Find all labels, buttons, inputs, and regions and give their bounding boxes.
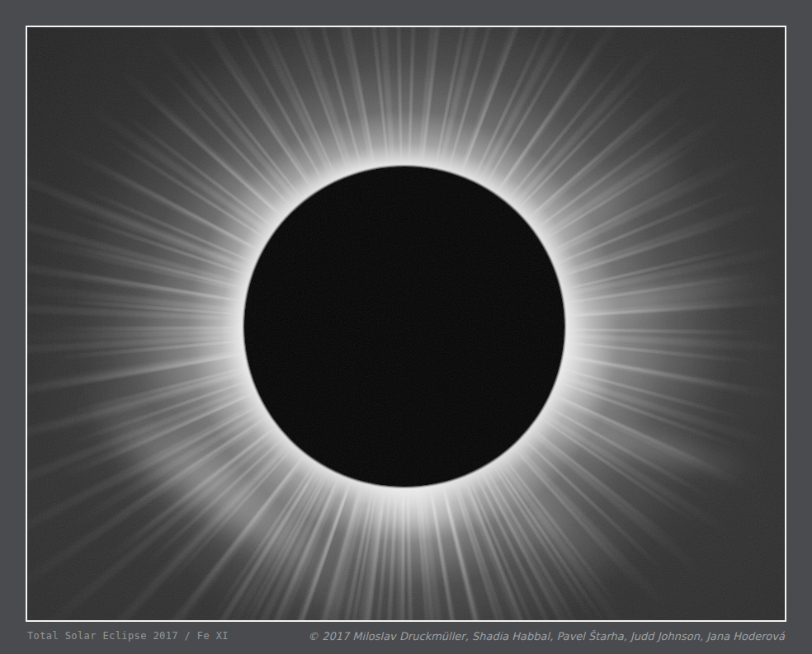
eclipse-photo xyxy=(27,27,785,620)
caption-row: Total Solar Eclipse 2017 / Fe XI © 2017 … xyxy=(27,624,785,647)
page: { "captions": { "left": "Total Solar Ecl… xyxy=(0,0,812,654)
photo-frame xyxy=(26,26,786,622)
vignette xyxy=(27,27,785,620)
caption-title: Total Solar Eclipse 2017 / Fe XI xyxy=(27,630,229,642)
caption-credit: © 2017 Miloslav Druckmüller, Shadia Habb… xyxy=(308,630,785,642)
